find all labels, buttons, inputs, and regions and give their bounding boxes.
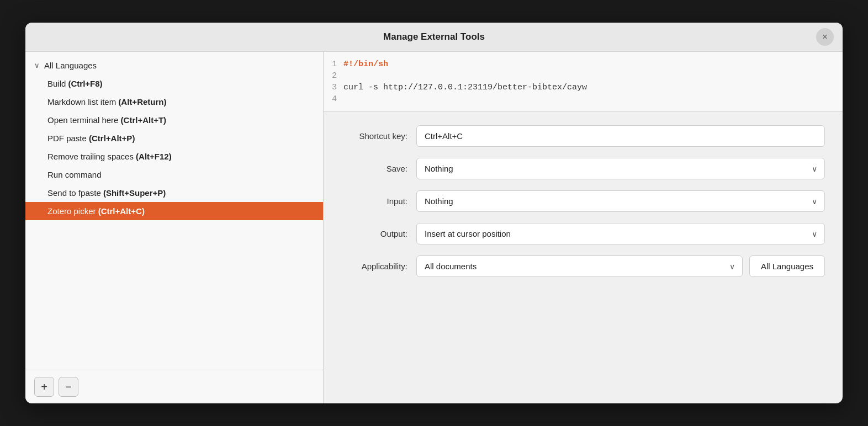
left-panel: ∨ All Languages Build (Ctrl+F8)Markdown … — [25, 52, 324, 403]
tree-item-0[interactable]: Build (Ctrl+F8) — [25, 74, 323, 93]
line-number-4: 4 — [324, 94, 343, 104]
output-select[interactable]: Insert at cursor position Replace select… — [416, 223, 825, 244]
applicability-languages-button[interactable]: All Languages — [749, 255, 825, 277]
applicability-selects: All documents Only files on disk ∨ All L… — [416, 255, 825, 277]
dialog-title: Manage External Tools — [383, 31, 485, 42]
input-row: Input: Nothing Current file Selection ∨ — [341, 190, 825, 212]
line-number-1: 1 — [324, 60, 343, 69]
applicability-label: Applicability: — [341, 262, 407, 271]
manage-external-tools-dialog: Manage External Tools × ∨ All Languages … — [25, 23, 843, 403]
output-label: Output: — [341, 229, 407, 238]
applicability-row: Applicability: All documents Only files … — [341, 255, 825, 277]
code-editor[interactable]: 1#!/bin/sh23curl -s http://127.0.0.1:231… — [324, 52, 843, 112]
applicability-select[interactable]: All documents Only files on disk — [416, 255, 743, 277]
remove-tool-button[interactable]: − — [59, 377, 78, 397]
input-select[interactable]: Nothing Current file Selection — [416, 190, 825, 212]
code-line-2: 2 — [324, 70, 843, 82]
shortcut-key-input[interactable] — [416, 125, 825, 147]
tree-root-chevron: ∨ — [34, 61, 40, 70]
save-label: Save: — [341, 164, 407, 173]
settings-area: Shortcut key: Save: Nothing All files Cu… — [324, 112, 843, 403]
tree-items-container: Build (Ctrl+F8)Markdown list item (Alt+R… — [25, 74, 323, 220]
save-select-wrapper: Nothing All files Current file ∨ — [416, 158, 825, 179]
code-lines-container: 1#!/bin/sh23curl -s http://127.0.0.1:231… — [324, 58, 843, 105]
tree-item-2[interactable]: Open terminal here (Ctrl+Alt+T) — [25, 111, 323, 129]
dialog-content: ∨ All Languages Build (Ctrl+F8)Markdown … — [25, 52, 843, 403]
save-row: Save: Nothing All files Current file ∨ — [341, 158, 825, 179]
line-content-1: #!/bin/sh — [343, 60, 388, 69]
tree-root-label: All Languages — [44, 61, 97, 70]
shortcut-key-row: Shortcut key: — [341, 125, 825, 147]
code-line-1: 1#!/bin/sh — [324, 58, 843, 70]
input-select-wrapper: Nothing Current file Selection ∨ — [416, 190, 825, 212]
add-tool-button[interactable]: + — [34, 377, 54, 397]
tree-item-3[interactable]: PDF paste (Ctrl+Alt+P) — [25, 129, 323, 147]
output-row: Output: Insert at cursor position Replac… — [341, 223, 825, 244]
right-panel: 1#!/bin/sh23curl -s http://127.0.0.1:231… — [324, 52, 843, 403]
tree-item-5[interactable]: Run command — [25, 166, 323, 184]
line-number-3: 3 — [324, 83, 343, 92]
tree-root-all-languages[interactable]: ∨ All Languages — [25, 56, 323, 74]
output-select-wrapper: Insert at cursor position Replace select… — [416, 223, 825, 244]
code-line-3: 3curl -s http://127.0.0.1:23119/better-b… — [324, 82, 843, 93]
line-content-3: curl -s http://127.0.0.1:23119/better-bi… — [343, 83, 587, 92]
title-bar: Manage External Tools × — [25, 23, 843, 52]
tree-item-4[interactable]: Remove trailing spaces (Alt+F12) — [25, 147, 323, 166]
tree-item-6[interactable]: Send to fpaste (Shift+Super+P) — [25, 184, 323, 202]
applicability-select-wrapper: All documents Only files on disk ∨ — [416, 255, 743, 277]
tree-item-7[interactable]: Zotero picker (Ctrl+Alt+C) — [25, 202, 323, 220]
code-line-4: 4 — [324, 93, 843, 105]
line-number-2: 2 — [324, 71, 343, 81]
close-button[interactable]: × — [816, 28, 834, 46]
shortcut-key-label: Shortcut key: — [341, 131, 407, 141]
tree-item-1[interactable]: Markdown list item (Alt+Return) — [25, 93, 323, 111]
bottom-toolbar: + − — [25, 370, 323, 403]
input-label: Input: — [341, 196, 407, 206]
save-select[interactable]: Nothing All files Current file — [416, 158, 825, 179]
tools-tree: ∨ All Languages Build (Ctrl+F8)Markdown … — [25, 52, 323, 370]
